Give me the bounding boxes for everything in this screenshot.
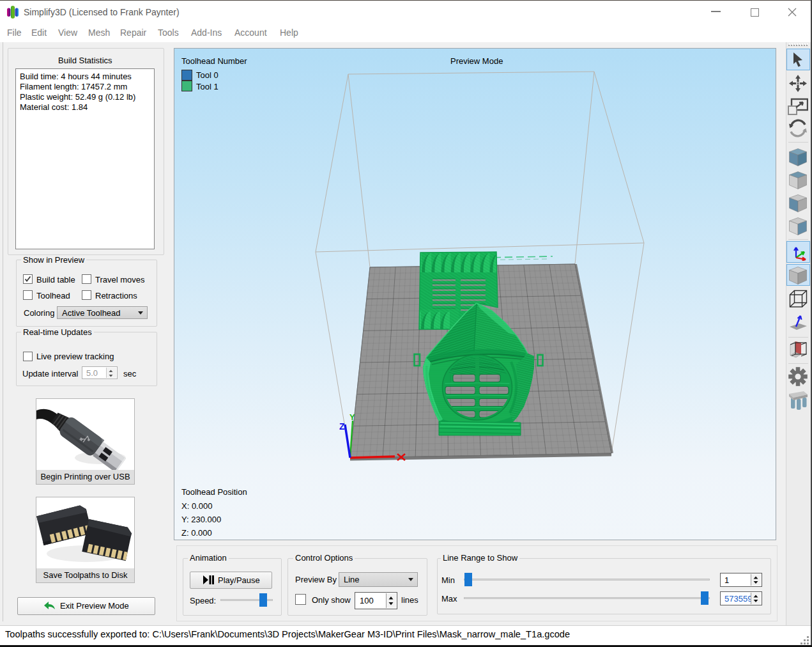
svg-text:Z: Z	[339, 421, 345, 432]
svg-text:Y: Y	[349, 412, 355, 422]
